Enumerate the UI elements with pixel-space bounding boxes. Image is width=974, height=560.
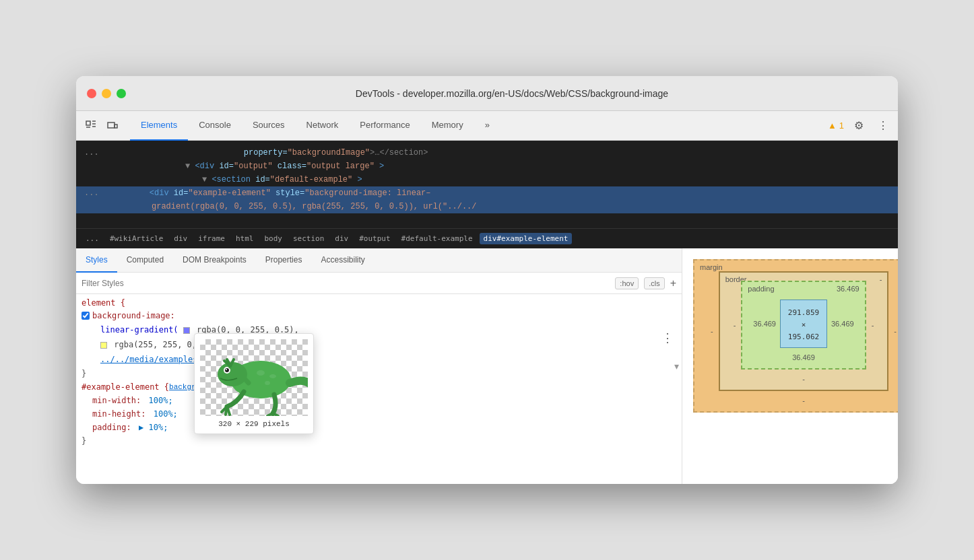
devtools-toolbar: Elements Console Sources Network Perform… [76, 111, 898, 141]
breadcrumb-html[interactable]: html [232, 233, 258, 244]
title-bar: DevTools - developer.mozilla.org/en-US/d… [76, 76, 898, 111]
filter-right: :hov .cls + [615, 277, 676, 289]
padding-line: padding: ▶ 10%; [76, 421, 682, 434]
filter-input[interactable] [82, 279, 615, 288]
svg-rect-5 [108, 123, 115, 128]
bg-value-line-3: ../../media/examples/lizard.png ); [76, 352, 682, 367]
more-options-icon[interactable]: ⋮ [874, 116, 892, 135]
svg-point-14 [265, 381, 270, 385]
tab-memory[interactable]: Memory [421, 111, 474, 141]
subtab-properties[interactable]: Properties [256, 248, 312, 273]
padding-bottom-row: 36.469 [753, 351, 853, 363]
html-line-1: ... property="backgroundImage">…</sectio… [76, 146, 898, 160]
responsive-icon[interactable] [103, 116, 122, 135]
breadcrumb-wikiarticle[interactable]: #wikiArticle [106, 233, 167, 244]
padding-sides-row: 36.469 291.859 × 195.062 36.469 [753, 300, 853, 348]
padding-box: padding 36.469 36.469 291.859 × 195.062 … [741, 281, 866, 370]
bg-checkbox[interactable] [82, 312, 90, 320]
warning-badge[interactable]: ▲ 1 [828, 120, 844, 131]
min-width-line: min-width: 100%; [76, 394, 682, 407]
breadcrumb-example-element[interactable]: div#example-element [480, 233, 573, 244]
breadcrumb-div1[interactable]: div [170, 233, 191, 244]
window-title: DevTools - developer.mozilla.org/en-US/d… [137, 88, 887, 99]
toolbar-right: ▲ 1 ⚙ ⋮ [828, 116, 892, 135]
warning-icon: ▲ [828, 120, 837, 131]
inspector-icon[interactable] [82, 116, 100, 135]
warning-count: 1 [839, 120, 844, 131]
padding-left-value: 36.469 [753, 320, 776, 328]
html-line-2: ▼ <div id="output" class="output large" … [76, 160, 898, 173]
padding-top-value: 36.469 [837, 285, 859, 293]
html-panel: ... property="backgroundImage">…</sectio… [76, 141, 898, 228]
tab-elements[interactable]: Elements [130, 111, 188, 141]
border-sides-row: - padding 36.469 36.469 291.859 × 195.06… [734, 281, 874, 370]
bg-rule-header: #example-element { background.css:1 [76, 380, 682, 394]
tab-console[interactable]: Console [188, 111, 242, 141]
hov-button[interactable]: :hov [615, 277, 639, 289]
tab-performance[interactable]: Performance [349, 111, 420, 141]
breadcrumb-section[interactable]: section [289, 233, 328, 244]
breadcrumb-output[interactable]: #output [355, 233, 394, 244]
image-tooltip: 320 × 229 pixels [194, 333, 314, 434]
border-bottom-row: - [734, 372, 874, 384]
subtab-dom-breakpoints[interactable]: DOM Breakpoints [173, 248, 256, 273]
tab-sources[interactable]: Sources [242, 111, 296, 141]
margin-sides-row: - border - - padding 36.469 [711, 271, 897, 391]
styles-panel: Styles Computed DOM Breakpoints Properti… [76, 248, 682, 484]
margin-bottom-value: - [802, 396, 805, 405]
maximize-button[interactable] [117, 89, 126, 98]
bg-value-line-2: rgba(255, 255, 0, 0.5)), url( [76, 337, 682, 352]
toolbar-icons [82, 116, 122, 135]
subtab-styles[interactable]: Styles [76, 248, 117, 273]
margin-bottom-row: - [711, 394, 897, 406]
bg-value-line: linear-gradient( rgba(0, 0, 255, 0.5), [76, 322, 682, 337]
breadcrumb-body[interactable]: body [260, 233, 286, 244]
border-box: border - - padding 36.469 36.469 [719, 271, 889, 391]
element-rule-header: element { [76, 297, 682, 309]
breadcrumb-dots[interactable]: ... [82, 233, 103, 244]
min-height-line: min-height: 100%; [76, 407, 682, 421]
element-close: } [76, 367, 682, 380]
html-line-3: ▼ <section id="default-example" > [76, 173, 898, 186]
devtools-tabs: Elements Console Sources Network Perform… [130, 111, 828, 141]
svg-rect-0 [86, 121, 90, 125]
breadcrumb-div2[interactable]: div [331, 233, 352, 244]
dots-prefix: ... [84, 148, 99, 158]
property-more-button[interactable]: ⋮ [659, 330, 676, 345]
padding-right-value: 36.469 [831, 320, 854, 328]
subtab-accessibility[interactable]: Accessibility [311, 248, 374, 273]
breadcrumb-default-example[interactable]: #default-example [397, 233, 477, 244]
breadcrumb-bar: ... #wikiArticle div iframe html body se… [76, 228, 898, 248]
border-right-value: - [872, 321, 874, 329]
padding-label: padding [748, 285, 774, 293]
border-top-value: - [880, 275, 882, 283]
content-box: 291.859 × 195.062 [780, 300, 827, 348]
close-button[interactable] [87, 89, 96, 98]
lower-panel: Styles Computed DOM Breakpoints Properti… [76, 248, 898, 484]
svg-point-12 [257, 370, 265, 376]
content-dimensions: 291.859 × 195.062 [788, 308, 819, 341]
styles-content: element { background-image: linear-gradi… [76, 294, 682, 484]
bg-rule-close: } [76, 434, 682, 448]
margin-left-value: - [711, 327, 713, 335]
tab-more[interactable]: » [474, 111, 500, 141]
settings-icon[interactable]: ⚙ [849, 116, 868, 135]
bg-property-container: background-image: linear-gradient( rgba(… [76, 309, 682, 367]
breadcrumb-iframe[interactable]: iframe [194, 233, 229, 244]
add-rule-button[interactable]: + [670, 277, 676, 289]
bg-selector: #example-element { [82, 381, 169, 393]
svg-point-10 [225, 368, 229, 372]
border-left-value: - [734, 321, 736, 329]
subtab-computed[interactable]: Computed [117, 248, 173, 273]
element-selector: element { [82, 298, 125, 308]
margin-right-value: - [894, 327, 897, 335]
cls-button[interactable]: .cls [644, 277, 665, 289]
html-line-4[interactable]: ... <div id="example-element" style="bac… [76, 186, 898, 200]
tab-network[interactable]: Network [296, 111, 350, 141]
html-line-5[interactable]: gradient(rgba(0, 0, 255, 0.5), rgba(255,… [76, 200, 898, 213]
color-swatch-yellow [100, 342, 107, 349]
svg-rect-6 [115, 125, 117, 128]
bg-property-line: background-image: [76, 309, 682, 322]
devtools-window: DevTools - developer.mozilla.org/en-US/d… [76, 76, 898, 484]
minimize-button[interactable] [102, 89, 111, 98]
